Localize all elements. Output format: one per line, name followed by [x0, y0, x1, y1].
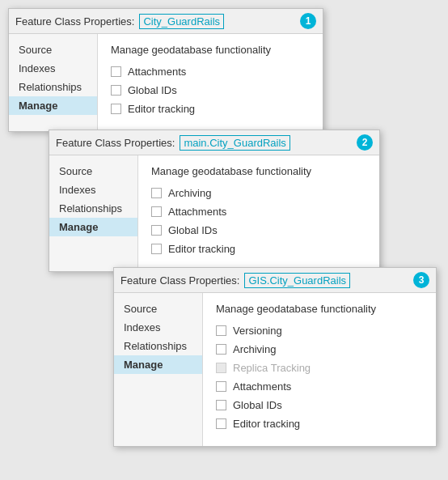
sidebar-2-relationships[interactable]: Relationships	[49, 199, 137, 218]
dialog-3-content-title: Manage geodatabase functionality	[216, 303, 423, 315]
dialog-3: Feature Class Properties: GIS.City_Guard…	[113, 267, 437, 447]
dialog-1-content-title: Manage geodatabase functionality	[111, 44, 310, 56]
dialog-1-check-2: Editor tracking	[111, 103, 310, 115]
dialog-2-sidebar: Source Indexes Relationships Manage	[49, 155, 138, 271]
dialog-1-badge: 1	[300, 13, 316, 29]
dialog-3-titlebar: Feature Class Properties: GIS.City_Guard…	[114, 268, 436, 293]
checkbox-3-3[interactable]	[216, 381, 226, 392]
checkbox-1-1-label: Global IDs	[128, 84, 177, 96]
dialog-2-check-0: Archiving	[151, 187, 366, 199]
dialog-2-title-label: Feature Class Properties:	[56, 137, 175, 149]
dialog-1-content: Manage geodatabase functionality Attachm…	[98, 34, 323, 131]
checkbox-3-0[interactable]	[216, 325, 226, 336]
sidebar-1-source[interactable]: Source	[9, 40, 97, 59]
sidebar-3-relationships[interactable]: Relationships	[114, 337, 202, 355]
checkbox-3-5-label: Editor tracking	[233, 418, 300, 430]
dialog-2-check-3: Editor tracking	[151, 243, 366, 255]
dialog-3-check-1: Archiving	[216, 343, 423, 355]
checkbox-2-1-label: Attachments	[168, 206, 226, 218]
dialog-3-badge: 3	[413, 272, 429, 288]
checkbox-1-2-label: Editor tracking	[128, 103, 195, 115]
checkbox-3-5[interactable]	[216, 418, 226, 429]
checkbox-3-2-label: Replica Tracking	[233, 362, 311, 374]
dialog-2-title-value: main.City_GuardRails	[180, 135, 290, 151]
dialog-3-body: Source Indexes Relationships Manage Mana…	[114, 293, 436, 446]
dialog-3-check-2: Replica Tracking	[216, 362, 423, 374]
sidebar-3-indexes[interactable]: Indexes	[114, 318, 202, 337]
dialog-2: Feature Class Properties: main.City_Guar…	[49, 130, 380, 272]
dialog-3-check-0: Versioning	[216, 325, 423, 337]
sidebar-3-source[interactable]: Source	[114, 299, 202, 318]
dialog-3-content: Manage geodatabase functionality Version…	[203, 293, 436, 446]
checkbox-1-0-label: Attachments	[128, 66, 186, 78]
dialog-3-title-label: Feature Class Properties:	[120, 274, 239, 287]
dialog-1-title-label: Feature Class Properties:	[15, 15, 134, 28]
checkbox-2-3-label: Editor tracking	[168, 243, 235, 255]
dialog-1-titlebar: Feature Class Properties: City_GuardRail…	[9, 9, 323, 34]
dialog-2-badge: 2	[357, 134, 373, 151]
sidebar-2-source[interactable]: Source	[49, 162, 137, 181]
checkbox-2-0[interactable]	[151, 188, 162, 198]
sidebar-1-relationships[interactable]: Relationships	[9, 78, 97, 96]
checkbox-3-1[interactable]	[216, 344, 226, 355]
dialog-3-sidebar: Source Indexes Relationships Manage	[114, 293, 203, 446]
dialog-3-check-4: Global IDs	[216, 399, 423, 411]
dialog-1: Feature Class Properties: City_GuardRail…	[8, 8, 323, 132]
dialog-1-title-value: City_GuardRails	[139, 14, 224, 29]
checkbox-3-1-label: Archiving	[233, 343, 276, 355]
checkbox-3-2	[216, 363, 226, 373]
checkbox-1-1[interactable]	[111, 85, 121, 96]
dialog-1-sidebar: Source Indexes Relationships Manage	[9, 34, 98, 131]
checkbox-3-3-label: Attachments	[233, 380, 291, 393]
dialog-3-check-3: Attachments	[216, 380, 423, 393]
checkbox-2-2[interactable]	[151, 225, 162, 236]
dialog-2-body: Source Indexes Relationships Manage Mana…	[49, 155, 379, 271]
sidebar-3-manage[interactable]: Manage	[114, 355, 202, 374]
dialog-2-content: Manage geodatabase functionality Archivi…	[138, 155, 379, 271]
dialog-2-titlebar: Feature Class Properties: main.City_Guar…	[49, 130, 379, 155]
checkbox-2-0-label: Archiving	[168, 187, 211, 199]
dialog-3-check-5: Editor tracking	[216, 418, 423, 430]
dialog-2-check-1: Attachments	[151, 206, 366, 218]
checkbox-1-2[interactable]	[111, 104, 121, 114]
checkbox-2-2-label: Global IDs	[168, 224, 218, 236]
sidebar-2-indexes[interactable]: Indexes	[49, 181, 137, 199]
dialog-2-check-2: Global IDs	[151, 224, 366, 236]
sidebar-2-manage[interactable]: Manage	[49, 218, 137, 236]
checkbox-3-0-label: Versioning	[233, 325, 282, 337]
dialog-1-check-1: Global IDs	[111, 84, 310, 96]
checkbox-2-1[interactable]	[151, 206, 162, 217]
checkbox-2-3[interactable]	[151, 244, 162, 254]
sidebar-1-manage[interactable]: Manage	[9, 96, 97, 115]
dialog-2-content-title: Manage geodatabase functionality	[151, 165, 366, 177]
dialog-1-body: Source Indexes Relationships Manage Mana…	[9, 34, 323, 131]
dialog-1-check-0: Attachments	[111, 66, 310, 78]
dialog-3-title-value: GIS.City_GuardRails	[244, 273, 350, 288]
checkbox-3-4-label: Global IDs	[233, 399, 282, 411]
checkbox-3-4[interactable]	[216, 400, 226, 410]
checkbox-1-0[interactable]	[111, 66, 121, 77]
sidebar-1-indexes[interactable]: Indexes	[9, 59, 97, 78]
